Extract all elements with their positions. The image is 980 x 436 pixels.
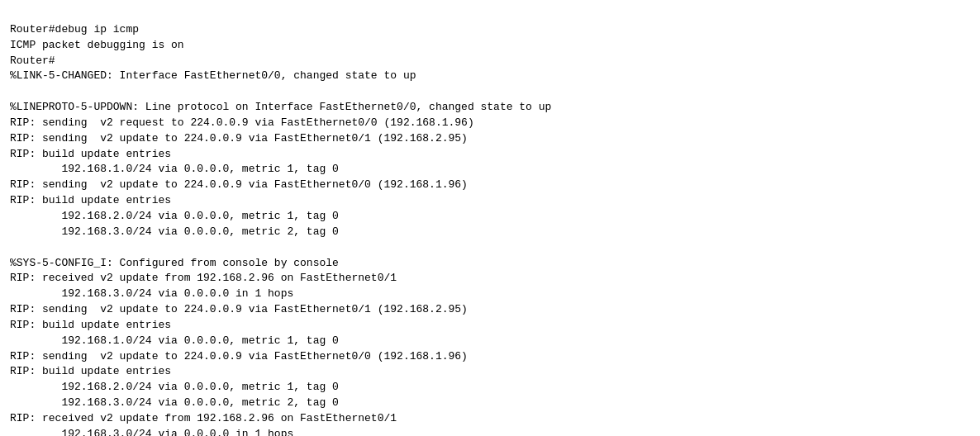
terminal-line: RIP: sending v2 update to 224.0.0.9 via …: [10, 349, 970, 365]
terminal-line: %SYS-5-CONFIG_I: Configured from console…: [10, 256, 970, 272]
terminal-line: RIP: build update entries: [10, 318, 970, 334]
terminal-line: RIP: build update entries: [10, 193, 970, 209]
terminal-line: RIP: sending v2 update to 224.0.0.9 via …: [10, 131, 970, 147]
terminal-line: ICMP packet debugging is on: [10, 38, 970, 54]
terminal-line: [10, 84, 970, 100]
terminal-line: RIP: sending v2 update to 224.0.0.9 via …: [10, 302, 970, 318]
terminal-line: 192.168.2.0/24 via 0.0.0.0, metric 1, ta…: [10, 380, 970, 396]
terminal-line: %LINEPROTO-5-UPDOWN: Line protocol on In…: [10, 100, 970, 116]
terminal-line: 192.168.1.0/24 via 0.0.0.0, metric 1, ta…: [10, 162, 970, 178]
terminal-output: Router#debug ip icmpICMP packet debuggin…: [10, 7, 970, 436]
terminal-line: 192.168.3.0/24 via 0.0.0.0, metric 2, ta…: [10, 396, 970, 411]
terminal-line: RIP: sending v2 update to 224.0.0.9 via …: [10, 178, 970, 193]
terminal-line: [10, 240, 970, 256]
terminal-line: Router#debug ip icmp: [10, 22, 970, 38]
terminal-line: RIP: build update entries: [10, 364, 970, 380]
terminal-line: RIP: sending v2 request to 224.0.0.9 via…: [10, 116, 970, 131]
terminal-line: 192.168.1.0/24 via 0.0.0.0, metric 1, ta…: [10, 334, 970, 349]
terminal-line: Router#: [10, 54, 970, 69]
terminal-line: 192.168.2.0/24 via 0.0.0.0, metric 1, ta…: [10, 209, 970, 225]
terminal-line: RIP: received v2 update from 192.168.2.9…: [10, 271, 970, 287]
terminal-line: RIP: build update entries: [10, 147, 970, 163]
terminal-line: 192.168.3.0/24 via 0.0.0.0, metric 2, ta…: [10, 225, 970, 240]
terminal-line: 192.168.3.0/24 via 0.0.0.0 in 1 hops: [10, 287, 970, 302]
terminal-line: RIP: received v2 update from 192.168.2.9…: [10, 411, 970, 427]
terminal-line: 192.168.3.0/24 via 0.0.0.0 in 1 hops: [10, 427, 970, 436]
terminal-line: %LINK-5-CHANGED: Interface FastEthernet0…: [10, 69, 970, 84]
